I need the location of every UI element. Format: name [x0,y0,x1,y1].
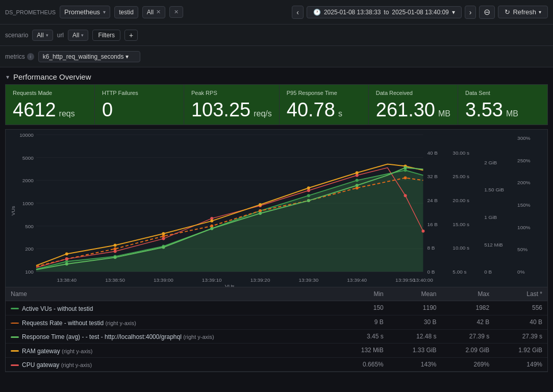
stat-name: Data Sent [465,90,540,96]
chart-area[interactable]: 10000 5000 2000 1000 500 200 100 VUs 0 B… [5,129,548,287]
legend-last: 149% [494,357,547,372]
legend-row[interactable]: Active VUs - without testid 150 1190 198… [6,301,547,315]
legend-min: 3.45 s [338,329,389,344]
svg-text:100%: 100% [517,225,531,230]
svg-point-91 [356,184,359,187]
remove-tag[interactable]: ✕ [169,6,183,18]
close-icon[interactable]: ✕ [174,9,179,15]
legend-last: 40 B [494,315,547,329]
legend-max: 1982 [441,301,494,315]
close-icon[interactable]: ✕ [156,9,161,15]
svg-text:13:39:10: 13:39:10 [202,277,222,283]
metrics-select[interactable]: k6_http_req_waiting_seconds ▾ [38,51,140,62]
scenario-label: scenario [5,32,28,39]
svg-text:VUs: VUs [225,283,235,287]
legend-mean: 12.48 s [389,329,442,344]
svg-point-81 [259,203,262,206]
stat-value: 0 [102,100,177,119]
stat-value: 3.53 MB [465,100,540,119]
stat-value: 261.30 MB [376,100,450,119]
legend-row[interactable]: Requests Rate - without testid (right y-… [6,315,547,329]
svg-point-90 [307,199,310,202]
legend-row[interactable]: Response Time (avg) - - test - http://lo… [6,329,547,344]
all-tag[interactable]: All ✕ [142,6,165,18]
info-icon: i [27,53,34,60]
section-title: Performance Overview [13,72,91,81]
legend-min: 150 [338,301,389,315]
chevron-down-icon: ▾ [103,9,106,15]
legend-min: 9 B [338,315,389,329]
svg-text:25.00 s: 25.00 s [453,174,469,179]
svg-point-79 [162,232,165,235]
svg-point-78 [114,244,117,247]
section-header: ▾ Performance Overview [0,67,553,84]
time-range-display[interactable]: 🕐 2025-01-08 13:38:33 to 2025-01-08 13:4… [307,6,462,18]
col-max: Max [441,287,494,301]
datasource-value: Prometheus [64,8,100,16]
svg-text:8 B: 8 B [427,245,435,251]
datasource-select[interactable]: Prometheus ▾ [60,6,110,18]
legend-last: 27.39 s [494,329,547,344]
svg-text:1000: 1000 [22,201,34,206]
stat-name: Peak RPS [191,90,272,96]
svg-point-82 [307,186,310,189]
svg-text:1.50 GiB: 1.50 GiB [484,187,504,192]
svg-text:5000: 5000 [22,155,34,161]
legend-min: 0.665% [338,357,389,372]
svg-point-87 [162,246,165,249]
time-next-button[interactable]: › [465,6,476,19]
stat-card-data-sent: Data Sent 3.53 MB [458,85,547,125]
chevron-down-icon: ▾ [125,53,129,60]
section-toggle-button[interactable]: ▾ [6,74,9,81]
time-prev-button[interactable]: ‹ [292,6,304,19]
stats-grid: Requests Made 4612 reqs HTTP Failures 0 … [5,84,548,125]
stat-name: HTTP Failures [102,90,177,96]
svg-point-58 [356,179,359,182]
svg-text:24 B: 24 B [427,198,438,203]
svg-text:2000: 2000 [22,178,34,183]
svg-point-88 [210,227,213,230]
svg-text:300%: 300% [517,135,531,141]
svg-point-70 [162,237,165,240]
svg-text:200: 200 [25,246,34,252]
refresh-button[interactable]: ↻ Refresh ▾ [498,6,548,18]
svg-text:150%: 150% [517,202,531,208]
filters-button[interactable]: Filters [92,30,120,41]
svg-text:13:38:50: 13:38:50 [105,277,125,283]
legend-row[interactable]: CPU gateway (right y-axis) 0.665% 143% 2… [6,357,547,372]
metrics-bar: metrics i k6_http_req_waiting_seconds ▾ [0,46,553,67]
scenario-select[interactable]: All ▾ [32,30,53,41]
svg-text:20.00 s: 20.00 s [453,198,469,203]
legend-name: CPU gateway (right y-axis) [6,357,338,372]
legend-name: RAM gateway (right y-axis) [6,344,338,358]
stat-value: 40.78 s [287,100,361,119]
time-from: 2025-01-08 13:38:33 [324,9,381,16]
legend-name: Active VUs - without testid [6,301,338,315]
stat-card-p95-response: P95 Response Time 40.78 s [280,85,369,125]
stat-card-data-received: Data Received 261.30 MB [369,85,458,125]
zoom-button[interactable]: ⊖ [479,6,495,19]
svg-point-67 [404,176,407,179]
col-mean: Mean [389,287,442,301]
legend-mean: 1190 [389,301,442,315]
url-select[interactable]: All ▾ [68,30,88,41]
legend-mean: 143% [389,357,442,372]
svg-text:5.00 s: 5.00 s [453,269,466,275]
stat-card-http-failures: HTTP Failures 0 [95,85,184,125]
filter-bar: scenario All ▾ url All ▾ Filters + [0,24,553,46]
svg-point-89 [259,212,262,215]
svg-point-57 [307,194,310,197]
svg-text:0 B: 0 B [484,269,492,275]
chevron-down-icon: ▾ [539,9,541,15]
legend-max: 27.39 s [441,329,494,344]
svg-text:32 B: 32 B [427,174,438,179]
svg-text:100: 100 [25,269,34,275]
ds-label: DS_PROMETHEUS [5,9,56,15]
testid-tag: testid [114,6,138,18]
metrics-label: metrics i [5,53,34,60]
legend-row[interactable]: RAM gateway (right y-axis) 132 MiB 1.33 … [6,344,547,358]
stat-card-requests-made: Requests Made 4612 reqs [6,85,95,125]
add-filter-button[interactable]: + [124,30,138,41]
svg-text:0 B: 0 B [427,269,435,275]
svg-text:50%: 50% [517,247,527,252]
